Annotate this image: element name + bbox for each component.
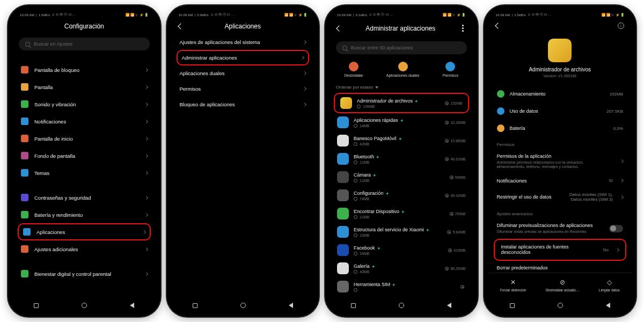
app-icon xyxy=(337,189,349,201)
action-icon: ⊘ xyxy=(560,279,565,286)
settings-row[interactable]: Ajustes de aplicaciones del sistema xyxy=(173,34,313,50)
row-icon xyxy=(21,245,28,253)
stat-row[interactable]: Almacenamiento152MB xyxy=(491,85,630,103)
app-row[interactable]: Configuración✦74MB49.42MB xyxy=(332,186,471,204)
settings-row[interactable]: Aplicaciones duales xyxy=(173,65,313,81)
chevron-right-icon xyxy=(144,102,148,106)
navbar xyxy=(330,297,473,312)
stat-icon xyxy=(497,90,504,98)
phone-apps: 10:09 AM|0.9kB/s☺ ⊙ ⓦ ⓕ ⊡ … 📶 📶 ᯤ ⚡ 🔋 Ap… xyxy=(167,5,319,317)
stat-row[interactable]: Batería0.0% xyxy=(491,120,630,137)
nav-recent[interactable] xyxy=(351,303,356,308)
nav-back[interactable] xyxy=(289,303,293,308)
app-icon xyxy=(337,262,349,274)
chevron-right-icon xyxy=(620,179,624,182)
titlebar: Configuración xyxy=(12,18,156,34)
app-row[interactable]: Encontrar Dispositivo✦11MB766kB xyxy=(332,204,471,223)
settings-row[interactable]: Temas xyxy=(14,164,154,181)
nav-home[interactable] xyxy=(82,303,87,308)
bottom-action[interactable]: ✕Forzar detención xyxy=(500,279,526,292)
search-input[interactable]: Buscar entre 90 aplicaciones xyxy=(336,41,467,54)
page-title: Aplicaciones xyxy=(188,23,298,30)
app-row[interactable]: Galería✦40MB88.25MB xyxy=(332,259,471,277)
chevron-right-icon xyxy=(144,213,148,216)
row-notifications[interactable]: Notificaciones Sí xyxy=(491,174,630,188)
top-action[interactable]: Aplicaciones duales xyxy=(386,62,420,77)
row-admin-apps[interactable]: Administrar aplicaciones xyxy=(178,51,309,64)
app-icon xyxy=(337,153,349,165)
app-header: Administrador de archivos Versión: V1-20… xyxy=(491,33,630,85)
nav-home[interactable] xyxy=(399,303,404,308)
settings-row[interactable]: Pantalla de bloqueo xyxy=(14,61,154,78)
top-action[interactable]: Desinstalar xyxy=(345,62,363,77)
settings-row[interactable]: Ajustes adicionales xyxy=(14,240,154,258)
row-unknown-sources[interactable]: Instalar aplicaciones de fuentes descono… xyxy=(495,240,626,260)
search-input[interactable]: Buscar en Ajustes xyxy=(19,38,150,50)
highlight-admin-apps: Administrar aplicaciones xyxy=(177,50,310,65)
row-icon xyxy=(21,83,28,91)
back-icon[interactable] xyxy=(178,23,184,29)
app-row[interactable]: Cámara✦11MB590kB xyxy=(332,168,471,186)
action-icon xyxy=(349,62,358,71)
chevron-right-icon xyxy=(144,119,148,123)
highlight-aplicaciones: Aplicaciones xyxy=(18,223,151,240)
info-icon[interactable]: i xyxy=(618,23,624,29)
nav-back[interactable] xyxy=(130,303,134,308)
settings-row[interactable]: Sonido y vibración xyxy=(14,96,154,113)
row-clear-defaults[interactable]: Borrar predeterminadosNo hay predetermin… xyxy=(491,261,630,270)
app-row[interactable]: Herramienta SIM✦ xyxy=(332,277,471,296)
row-app-permissions[interactable]: Permisos de la aplicaciónAdministrar per… xyxy=(491,149,630,174)
bottom-actions: ✕Forzar detención⊘Desinstalar actualiz…◇… xyxy=(488,273,632,297)
settings-row[interactable]: Permisos xyxy=(173,81,313,97)
chevron-right-icon xyxy=(144,247,148,251)
nav-home[interactable] xyxy=(240,303,246,308)
app-row[interactable]: Bluetooth✦11MB46.61MB xyxy=(332,150,471,168)
nav-home[interactable] xyxy=(558,303,563,308)
row-icon xyxy=(21,211,28,218)
stat-row[interactable]: Uso de datos207.5KB xyxy=(491,103,630,120)
nav-back[interactable] xyxy=(606,303,610,308)
app-row[interactable]: Aplicaciones rápidas✦14MB33.20MB xyxy=(332,113,471,131)
settings-row[interactable]: Batería y rendimiento xyxy=(14,206,154,223)
action-icon xyxy=(398,62,408,71)
chevron-right-icon xyxy=(144,85,148,89)
settings-row[interactable]: Pantalla xyxy=(14,78,154,96)
navbar xyxy=(12,297,156,312)
chevron-right-icon xyxy=(144,171,148,174)
settings-row[interactable]: Bienestar digital y control parental xyxy=(14,265,154,282)
settings-row[interactable]: Fondo de pantalla xyxy=(14,147,154,164)
chevron-right-icon xyxy=(144,136,148,140)
page-title: Administrar aplicaciones xyxy=(347,25,455,32)
chevron-right-icon xyxy=(301,56,304,60)
bottom-action[interactable]: ◇Limpiar datos xyxy=(599,279,620,292)
row-blur-previews[interactable]: Difuminar previsualizaciones de aplicaci… xyxy=(491,218,630,238)
highlight-unknown-sources: Instalar aplicaciones de fuentes descono… xyxy=(494,239,627,261)
app-row[interactable]: Estructura del servicio de Xiaomi✦16MB5.… xyxy=(332,223,471,241)
row-restrict-data[interactable]: Restringir el uso de datos Datos móviles… xyxy=(491,188,630,206)
app-row-file-manager[interactable]: Administrador de archivos✦ 159MB 152MB xyxy=(335,94,468,112)
settings-row[interactable]: Contraseñas y seguridad xyxy=(14,189,154,206)
chevron-right-icon xyxy=(144,68,148,71)
bottom-action[interactable]: ⊘Desinstalar actualiz… xyxy=(546,279,580,292)
top-action[interactable]: Permisos xyxy=(443,62,458,77)
sort-dropdown[interactable]: Ordenar por estado xyxy=(330,83,473,93)
nav-back[interactable] xyxy=(447,303,451,308)
nav-recent[interactable] xyxy=(34,303,39,308)
page-title: Configuración xyxy=(20,23,149,30)
app-icon xyxy=(548,39,572,62)
back-icon[interactable] xyxy=(495,23,501,28)
row-aplicaciones[interactable]: Aplicaciones xyxy=(19,224,150,239)
settings-row[interactable]: Notificaciones xyxy=(14,113,154,130)
chevron-right-icon xyxy=(620,159,624,163)
settings-row[interactable]: Bloqueo de aplicaciones xyxy=(173,97,313,112)
nav-recent[interactable] xyxy=(510,303,515,308)
more-icon[interactable] xyxy=(460,23,466,34)
settings-row[interactable]: Pantalla de inicio xyxy=(14,130,154,147)
app-row[interactable]: Banesco PagoMóvil✦42MB15.80MB xyxy=(332,131,471,150)
back-icon[interactable] xyxy=(336,25,342,31)
app-row[interactable]: Facebook✦34MB419MB xyxy=(332,241,471,259)
stat-icon xyxy=(497,107,504,115)
titlebar: Administrar aplicaciones xyxy=(330,18,473,38)
toggle-off[interactable] xyxy=(609,225,623,232)
nav-recent[interactable] xyxy=(193,303,197,308)
